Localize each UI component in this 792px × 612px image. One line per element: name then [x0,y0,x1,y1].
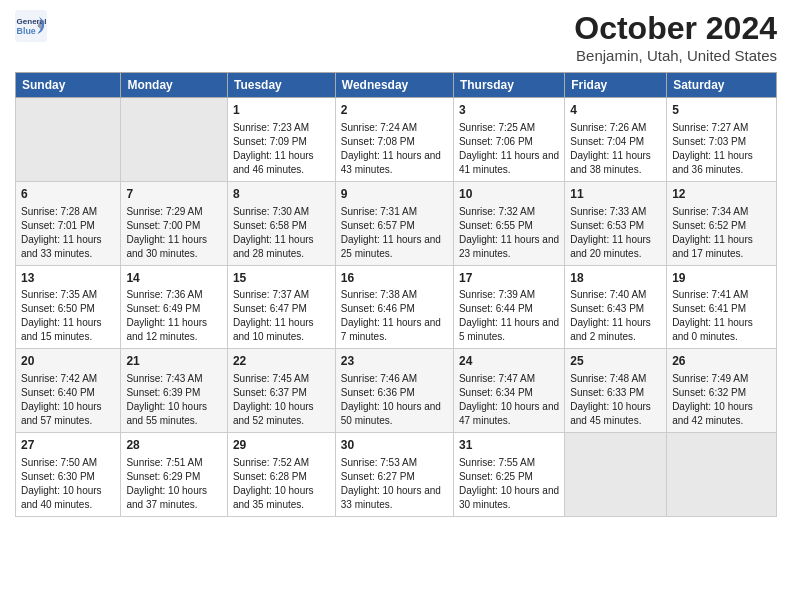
sunset: Sunset: 6:41 PM [672,303,746,314]
main-title: October 2024 [574,10,777,47]
day-number: 8 [233,186,330,203]
day-number: 29 [233,437,330,454]
sunset: Sunset: 7:03 PM [672,136,746,147]
calendar-cell: 25Sunrise: 7:48 AMSunset: 6:33 PMDayligh… [565,349,667,433]
calendar-cell: 17Sunrise: 7:39 AMSunset: 6:44 PMDayligh… [453,265,564,349]
sunset: Sunset: 6:57 PM [341,220,415,231]
daylight: Daylight: 11 hours and 41 minutes. [459,150,559,175]
calendar-week-4: 20Sunrise: 7:42 AMSunset: 6:40 PMDayligh… [16,349,777,433]
day-number: 11 [570,186,661,203]
daylight: Daylight: 10 hours and 45 minutes. [570,401,651,426]
logo: General Blue [15,10,49,42]
daylight: Daylight: 11 hours and 25 minutes. [341,234,441,259]
sunrise: Sunrise: 7:51 AM [126,457,202,468]
calendar-container: General Blue October 2024 Benjamin, Utah… [0,0,792,527]
daylight: Daylight: 11 hours and 12 minutes. [126,317,207,342]
day-number: 1 [233,102,330,119]
calendar-cell: 19Sunrise: 7:41 AMSunset: 6:41 PMDayligh… [667,265,777,349]
calendar-table: Sunday Monday Tuesday Wednesday Thursday… [15,72,777,517]
sunrise: Sunrise: 7:50 AM [21,457,97,468]
calendar-cell: 4Sunrise: 7:26 AMSunset: 7:04 PMDaylight… [565,98,667,182]
daylight: Daylight: 11 hours and 46 minutes. [233,150,314,175]
calendar-cell: 23Sunrise: 7:46 AMSunset: 6:36 PMDayligh… [335,349,453,433]
sunset: Sunset: 6:37 PM [233,387,307,398]
sunset: Sunset: 6:46 PM [341,303,415,314]
day-number: 31 [459,437,559,454]
header-row: Sunday Monday Tuesday Wednesday Thursday… [16,73,777,98]
day-number: 23 [341,353,448,370]
sunset: Sunset: 6:34 PM [459,387,533,398]
calendar-cell: 11Sunrise: 7:33 AMSunset: 6:53 PMDayligh… [565,181,667,265]
calendar-cell: 13Sunrise: 7:35 AMSunset: 6:50 PMDayligh… [16,265,121,349]
sunrise: Sunrise: 7:32 AM [459,206,535,217]
sunset: Sunset: 6:47 PM [233,303,307,314]
day-number: 15 [233,270,330,287]
sunrise: Sunrise: 7:55 AM [459,457,535,468]
daylight: Daylight: 10 hours and 55 minutes. [126,401,207,426]
daylight: Daylight: 11 hours and 17 minutes. [672,234,753,259]
calendar-cell: 18Sunrise: 7:40 AMSunset: 6:43 PMDayligh… [565,265,667,349]
sunrise: Sunrise: 7:41 AM [672,289,748,300]
daylight: Daylight: 11 hours and 2 minutes. [570,317,651,342]
calendar-cell: 16Sunrise: 7:38 AMSunset: 6:46 PMDayligh… [335,265,453,349]
daylight: Daylight: 11 hours and 5 minutes. [459,317,559,342]
day-number: 18 [570,270,661,287]
sunset: Sunset: 6:55 PM [459,220,533,231]
calendar-cell: 28Sunrise: 7:51 AMSunset: 6:29 PMDayligh… [121,433,228,517]
sunset: Sunset: 6:40 PM [21,387,95,398]
calendar-cell [16,98,121,182]
sunset: Sunset: 7:04 PM [570,136,644,147]
sunrise: Sunrise: 7:53 AM [341,457,417,468]
day-number: 7 [126,186,222,203]
daylight: Daylight: 11 hours and 23 minutes. [459,234,559,259]
sunset: Sunset: 7:06 PM [459,136,533,147]
daylight: Daylight: 11 hours and 15 minutes. [21,317,102,342]
day-number: 5 [672,102,771,119]
day-number: 9 [341,186,448,203]
sunset: Sunset: 6:49 PM [126,303,200,314]
daylight: Daylight: 10 hours and 50 minutes. [341,401,441,426]
calendar-cell: 14Sunrise: 7:36 AMSunset: 6:49 PMDayligh… [121,265,228,349]
sunrise: Sunrise: 7:33 AM [570,206,646,217]
day-number: 17 [459,270,559,287]
calendar-cell: 1Sunrise: 7:23 AMSunset: 7:09 PMDaylight… [227,98,335,182]
day-number: 3 [459,102,559,119]
calendar-cell [667,433,777,517]
calendar-cell: 24Sunrise: 7:47 AMSunset: 6:34 PMDayligh… [453,349,564,433]
sunrise: Sunrise: 7:24 AM [341,122,417,133]
calendar-cell: 15Sunrise: 7:37 AMSunset: 6:47 PMDayligh… [227,265,335,349]
daylight: Daylight: 10 hours and 42 minutes. [672,401,753,426]
sunrise: Sunrise: 7:27 AM [672,122,748,133]
sunset: Sunset: 6:32 PM [672,387,746,398]
sunrise: Sunrise: 7:26 AM [570,122,646,133]
sunrise: Sunrise: 7:31 AM [341,206,417,217]
calendar-cell: 2Sunrise: 7:24 AMSunset: 7:08 PMDaylight… [335,98,453,182]
daylight: Daylight: 11 hours and 7 minutes. [341,317,441,342]
calendar-cell: 6Sunrise: 7:28 AMSunset: 7:01 PMDaylight… [16,181,121,265]
day-number: 16 [341,270,448,287]
header-thursday: Thursday [453,73,564,98]
sunset: Sunset: 6:36 PM [341,387,415,398]
daylight: Daylight: 11 hours and 10 minutes. [233,317,314,342]
daylight: Daylight: 10 hours and 35 minutes. [233,485,314,510]
sunrise: Sunrise: 7:47 AM [459,373,535,384]
daylight: Daylight: 10 hours and 47 minutes. [459,401,559,426]
sunset: Sunset: 6:29 PM [126,471,200,482]
daylight: Daylight: 10 hours and 30 minutes. [459,485,559,510]
sunset: Sunset: 6:25 PM [459,471,533,482]
sunset: Sunset: 7:01 PM [21,220,95,231]
header-tuesday: Tuesday [227,73,335,98]
calendar-cell: 20Sunrise: 7:42 AMSunset: 6:40 PMDayligh… [16,349,121,433]
calendar-week-3: 13Sunrise: 7:35 AMSunset: 6:50 PMDayligh… [16,265,777,349]
day-number: 20 [21,353,115,370]
header-monday: Monday [121,73,228,98]
calendar-cell: 27Sunrise: 7:50 AMSunset: 6:30 PMDayligh… [16,433,121,517]
sunrise: Sunrise: 7:25 AM [459,122,535,133]
day-number: 22 [233,353,330,370]
sunset: Sunset: 6:33 PM [570,387,644,398]
sunset: Sunset: 6:28 PM [233,471,307,482]
calendar-cell: 3Sunrise: 7:25 AMSunset: 7:06 PMDaylight… [453,98,564,182]
daylight: Daylight: 10 hours and 37 minutes. [126,485,207,510]
daylight: Daylight: 11 hours and 0 minutes. [672,317,753,342]
calendar-cell: 21Sunrise: 7:43 AMSunset: 6:39 PMDayligh… [121,349,228,433]
